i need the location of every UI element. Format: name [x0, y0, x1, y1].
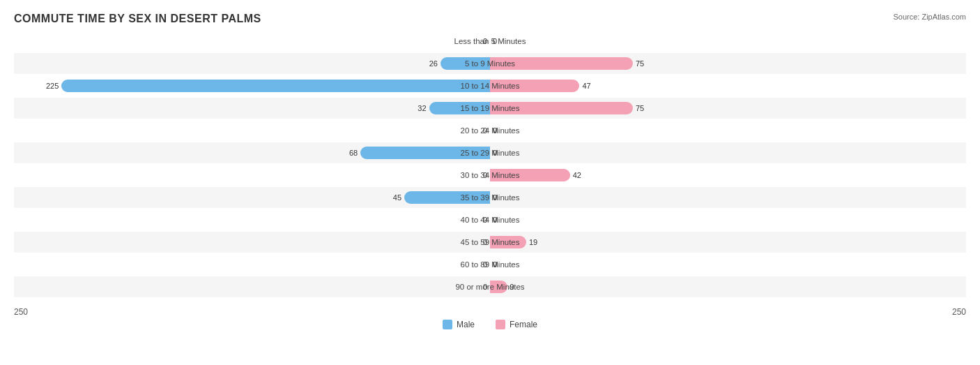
legend-male: Male [443, 320, 475, 329]
legend-female-label: Female [510, 320, 537, 329]
row-label: 5 to 9 Minutes [465, 53, 515, 74]
female-value: 75 [633, 53, 644, 74]
row-label: 90 or more Minutes [455, 276, 524, 297]
female-value: 47 [579, 75, 590, 96]
chart-title: COMMUTE TIME BY SEX IN DESERT PALMS [14, 13, 966, 25]
chart-row: 30 to 34 Minutes042 [14, 165, 966, 186]
male-value: 32 [418, 98, 429, 119]
row-label: 60 to 89 Minutes [460, 254, 519, 275]
chart-row: 15 to 19 Minutes3275 [14, 98, 966, 119]
chart-row: 45 to 59 Minutes019 [14, 232, 966, 253]
legend: Male Female [14, 320, 966, 329]
legend-male-box [443, 320, 452, 329]
male-value: 68 [349, 142, 360, 163]
axis-left-val: 250 [14, 307, 28, 317]
legend-female-box [496, 320, 505, 329]
chart-row: 5 to 9 Minutes2675 [14, 53, 966, 74]
chart-row: 10 to 14 Minutes22547 [14, 75, 966, 96]
male-value: 225 [46, 75, 61, 96]
chart-row: 40 to 44 Minutes00 [14, 209, 966, 230]
chart-area: Less than 5 Minutes005 to 9 Minutes26751… [14, 31, 966, 303]
chart-row: Less than 5 Minutes00 [14, 31, 966, 52]
chart-row: 60 to 89 Minutes00 [14, 254, 966, 275]
row-label: 10 to 14 Minutes [460, 75, 519, 96]
source-text: Source: ZipAtlas.com [893, 13, 966, 21]
legend-male-label: Male [457, 320, 475, 329]
male-bar [61, 80, 490, 92]
legend-female: Female [496, 320, 537, 329]
chart-container: COMMUTE TIME BY SEX IN DESERT PALMS Sour… [0, 0, 980, 365]
row-label: 45 to 59 Minutes [460, 232, 519, 253]
female-value: 75 [633, 98, 644, 119]
axis-right-val: 250 [952, 307, 966, 317]
chart-row: 20 to 24 Minutes00 [14, 120, 966, 141]
female-value: 19 [526, 232, 537, 253]
row-label: Less than 5 Minutes [454, 31, 526, 52]
row-label: 30 to 34 Minutes [460, 165, 519, 186]
chart-row: 90 or more Minutes09 [14, 276, 966, 297]
chart-row: 25 to 29 Minutes680 [14, 142, 966, 163]
row-label: 35 to 39 Minutes [460, 187, 519, 208]
chart-row: 35 to 39 Minutes450 [14, 187, 966, 208]
male-value: 26 [429, 53, 441, 74]
row-label: 40 to 44 Minutes [460, 209, 519, 230]
row-label: 15 to 19 Minutes [460, 98, 519, 119]
row-label: 20 to 24 Minutes [460, 120, 519, 141]
row-label: 25 to 29 Minutes [460, 142, 519, 163]
male-value: 45 [393, 187, 404, 208]
female-value: 42 [570, 165, 581, 186]
axis-bottom: 250 250 [14, 307, 966, 317]
